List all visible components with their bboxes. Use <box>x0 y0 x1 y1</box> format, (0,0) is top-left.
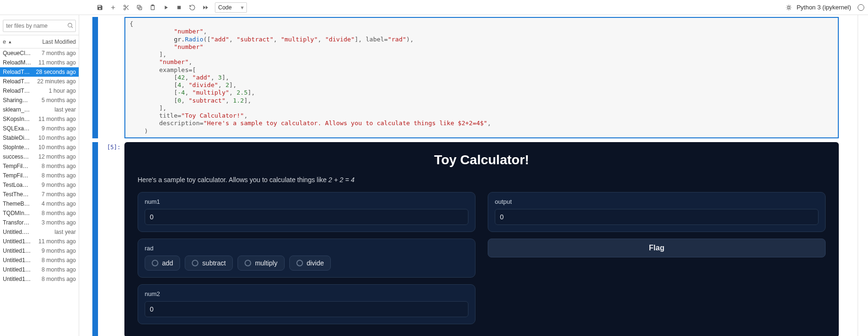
file-row[interactable]: SKopsIn…11 months ago <box>0 114 79 124</box>
file-modified: 4 months ago <box>39 200 76 207</box>
rad-option-label: subtract <box>202 259 226 267</box>
svg-rect-6 <box>178 6 181 9</box>
file-row[interactable]: ReloadT…28 seconds ago <box>0 67 79 77</box>
code-cell[interactable]: { "number", gr.Radio(["add", "subtract",… <box>92 17 839 138</box>
file-filter-input[interactable] <box>6 23 64 29</box>
file-browser-header[interactable]: e ▲ Last Modified <box>0 35 79 48</box>
file-name: Untitled.… <box>3 229 52 235</box>
file-name: Untitled1… <box>3 266 39 273</box>
stop-button[interactable] <box>173 2 185 13</box>
copy-button[interactable] <box>134 2 145 13</box>
file-modified: 8 months ago <box>39 172 76 179</box>
file-row[interactable]: TestLoa…9 months ago <box>0 180 79 190</box>
file-modified: 9 months ago <box>39 248 76 254</box>
right-panel-collapsed[interactable] <box>858 15 868 336</box>
radio-icon <box>245 260 251 266</box>
file-modified: 8 months ago <box>39 266 76 273</box>
output-label: output <box>495 198 819 205</box>
file-row[interactable]: Untitled1…11 months ago <box>0 237 79 246</box>
file-modified: 11 months ago <box>36 59 76 66</box>
file-name: Untitled1… <box>3 248 39 254</box>
svg-point-8 <box>68 23 72 27</box>
file-name: ReloadT… <box>3 78 34 85</box>
file-modified: 10 months ago <box>36 144 76 151</box>
code-editor[interactable]: { "number", gr.Radio(["add", "subtract",… <box>124 17 839 138</box>
file-browser: e ▲ Last Modified QueueCl…7 months agoRe… <box>0 15 79 336</box>
file-row[interactable]: ThemeB…4 months ago <box>0 199 79 208</box>
file-row[interactable]: TestThe…7 months ago <box>0 190 79 199</box>
radio-icon <box>192 260 198 266</box>
file-row[interactable]: Sharing…5 months ago <box>0 96 79 105</box>
file-row[interactable]: Untitled1…8 months ago <box>0 256 79 265</box>
flag-button[interactable]: Flag <box>488 239 826 257</box>
restart-button[interactable] <box>187 2 198 13</box>
file-row[interactable]: StopInte…10 months ago <box>0 143 79 152</box>
file-modified: 3 months ago <box>39 219 76 226</box>
paste-button[interactable] <box>147 2 158 13</box>
cell-type-select[interactable]: Code ▾ <box>215 2 247 13</box>
file-row[interactable]: SQLExa…9 months ago <box>0 124 79 133</box>
gradio-title: Toy Calculator! <box>138 152 826 168</box>
cell-type-label: Code <box>218 4 232 11</box>
rad-option-add[interactable]: add <box>145 256 180 271</box>
file-name: QueueCl… <box>3 50 39 56</box>
file-row[interactable]: sklearn_…last year <box>0 105 79 114</box>
file-row[interactable]: StableDi…10 months ago <box>0 133 79 143</box>
file-row[interactable]: Transfor…3 months ago <box>0 218 79 227</box>
svg-point-7 <box>788 6 790 8</box>
file-row[interactable]: TempFil…8 months ago <box>0 171 79 180</box>
file-filter[interactable] <box>3 20 76 32</box>
add-cell-button[interactable] <box>107 2 119 13</box>
file-row[interactable]: Untitled1…9 months ago <box>0 246 79 256</box>
file-row[interactable]: QueueCl…7 months ago <box>0 48 79 58</box>
sort-asc-icon: ▲ <box>8 40 12 44</box>
file-modified: 8 months ago <box>39 257 76 264</box>
file-name: TestThe… <box>3 191 39 198</box>
file-modified: 8 months ago <box>39 210 76 216</box>
file-modified: 22 minutes ago <box>34 78 76 85</box>
output-field[interactable] <box>495 209 819 225</box>
num2-block: num2 <box>138 284 475 324</box>
file-row[interactable]: TQDMIn…8 months ago <box>0 208 79 218</box>
file-name: ReloadT… <box>3 88 46 94</box>
output-block: output <box>488 192 826 232</box>
file-modified: 7 months ago <box>39 191 76 198</box>
notebook-area[interactable]: { "number", gr.Radio(["add", "subtract",… <box>79 15 858 336</box>
gradio-app: Toy Calculator! Here's a sample toy calc… <box>124 142 839 336</box>
file-row[interactable]: TempFil…8 months ago <box>0 161 79 171</box>
file-modified: 12 months ago <box>36 153 76 160</box>
rad-option-label: divide <box>307 259 324 267</box>
file-modified: 9 months ago <box>39 125 76 132</box>
file-row[interactable]: success…12 months ago <box>0 152 79 161</box>
radio-icon <box>152 260 158 266</box>
file-modified: 9 months ago <box>39 182 76 188</box>
file-row[interactable]: Untitled.…last year <box>0 227 79 237</box>
run-all-button[interactable] <box>200 2 211 13</box>
file-modified: 7 months ago <box>39 50 76 56</box>
gradio-description: Here's a sample toy calculator. Allows y… <box>138 176 826 184</box>
num1-block: num1 <box>138 192 475 232</box>
rad-option-multiply[interactable]: multiply <box>237 256 284 271</box>
cell-prompt <box>98 17 124 138</box>
search-icon <box>67 22 74 30</box>
num2-label: num2 <box>145 290 468 297</box>
file-name: StableDi… <box>3 135 36 141</box>
file-row[interactable]: ReloadM…11 months ago <box>0 58 79 67</box>
file-name: Untitled1… <box>3 238 36 245</box>
debugger-icon[interactable] <box>783 2 794 13</box>
file-row[interactable]: ReloadT…1 hour ago <box>0 86 79 96</box>
file-row[interactable]: Untitled1…8 months ago <box>0 274 79 284</box>
file-list[interactable]: QueueCl…7 months agoReloadM…11 months ag… <box>0 48 79 336</box>
file-row[interactable]: Untitled1…8 months ago <box>0 265 79 274</box>
save-button[interactable] <box>94 2 106 13</box>
file-row[interactable]: ReloadT…22 minutes ago <box>0 77 79 86</box>
num1-input[interactable] <box>145 209 468 225</box>
kernel-status-icon[interactable] <box>858 4 864 11</box>
cut-button[interactable] <box>121 2 132 13</box>
rad-option-divide[interactable]: divide <box>289 256 331 271</box>
file-name: SKopsIn… <box>3 116 36 122</box>
file-col-name: e <box>3 39 6 45</box>
run-button[interactable] <box>160 2 172 13</box>
num2-input[interactable] <box>145 301 468 317</box>
rad-option-subtract[interactable]: subtract <box>185 256 233 271</box>
